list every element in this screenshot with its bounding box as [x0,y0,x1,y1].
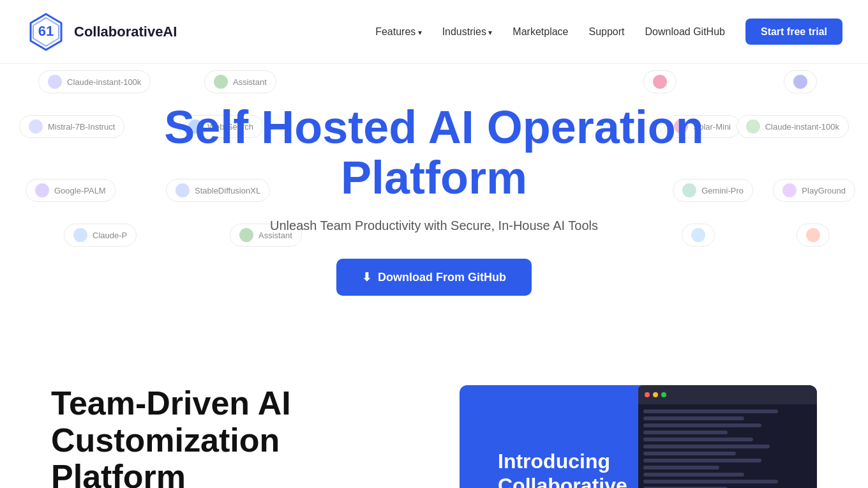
nav-links: Features Industries Marketplace Support … [375,26,842,38]
hero-section: Claude-instant-100k Assistant Mistral-7B… [0,64,868,347]
nav-features[interactable]: Features [375,26,421,37]
nav-start-free-trial[interactable]: Start free trial [745,19,842,45]
bg-pill-label: Google-PALM [54,186,106,195]
hero-subtitle: Unleash Team Productivity with Secure, I… [13,218,855,233]
nav-marketplace[interactable]: Marketplace [513,26,568,37]
bg-pill-label: PlayGround [802,186,846,195]
download-icon: ⬇ [362,270,371,284]
bg-pill-label: Claude-instant-100k [765,122,839,132]
bg-pill-label: Claude-instant-100k [67,77,141,87]
second-title: Team-Driven AI Customization Platform [51,385,421,488]
nav-download-github[interactable]: Download GitHub [645,26,725,37]
nav-support[interactable]: Support [589,26,625,37]
navbar: 61 CollaborativeAI Features Industries M… [0,0,868,64]
video-mockup [638,385,817,488]
bg-pill-label: Mistral-7B-Instruct [48,122,115,132]
nav-industries[interactable]: Industries [442,26,493,37]
second-right: Introducing Collaborative AI [460,385,817,488]
video-frame[interactable]: Introducing Collaborative AI [460,385,817,488]
second-section: Team-Driven AI Customization Platform Op… [0,347,868,488]
video-overlay-text: Introducing Collaborative AI [498,449,627,488]
brand-name: CollaborativeAI [74,24,177,40]
download-github-button[interactable]: ⬇ Download From GitHub [336,259,532,296]
second-left: Team-Driven AI Customization Platform Op… [51,385,421,488]
logo-icon: 61 [26,11,66,52]
hero-title: Self Hosted AI Operation Platform [147,102,721,203]
svg-text:61: 61 [38,23,54,39]
bg-pill-label: Assistant [233,77,267,87]
logo-area[interactable]: 61 CollaborativeAI [26,11,177,52]
